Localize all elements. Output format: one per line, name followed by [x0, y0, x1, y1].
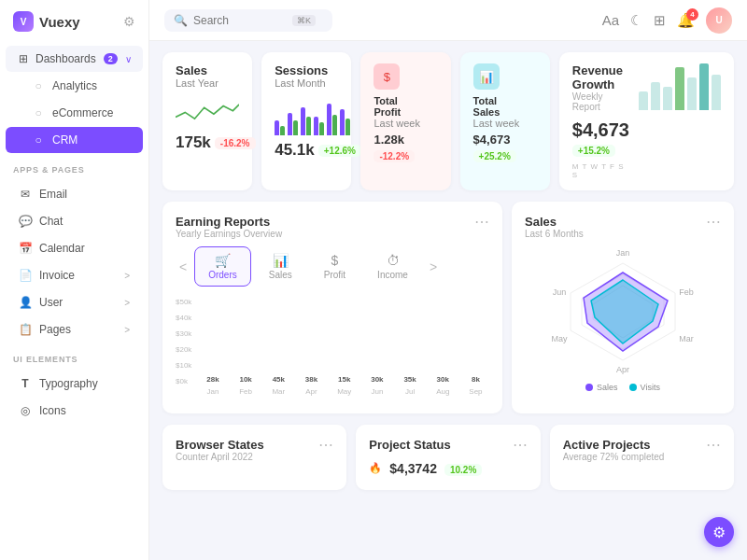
apps-section-label: APPS & PAGES [0, 156, 148, 178]
tab-orders[interactable]: 🛒 Orders [194, 246, 251, 287]
sales-legend: Sales Visits [525, 383, 721, 392]
legend-sales: Sales [585, 383, 618, 392]
sidebar-item-pages[interactable]: 📋 Pages > [6, 316, 143, 343]
main-area: 🔍 ⌘K Aa ☾ ⊞ 🔔 4 U Sales Last Year [149, 0, 747, 560]
sidebar-item-chat[interactable]: 💬 Chat [6, 208, 143, 234]
tab-profit[interactable]: $ Profit [310, 246, 359, 287]
svg-text:Feb: Feb [679, 287, 694, 297]
tab-income[interactable]: ⏱ Income [363, 246, 422, 287]
browser-states-header: Browser States Counter April 2022 ⋯ [176, 438, 333, 462]
orders-tab-icon: 🛒 [215, 253, 231, 268]
sales-stat-card: Sales Last Year 175k -16.2% [162, 52, 252, 190]
pages-arrow: > [124, 325, 130, 335]
email-icon: ✉ [19, 188, 32, 201]
income-tab-icon: ⏱ [387, 253, 400, 268]
project-status-stats: 🔥 $4,3742 10.2% [369, 460, 527, 476]
header-actions: Aa ☾ ⊞ 🔔 4 U [602, 7, 732, 34]
invoice-arrow: > [124, 271, 130, 281]
user-arrow: > [124, 298, 130, 308]
sidebar-item-icons[interactable]: ◎ Icons [6, 398, 143, 424]
profit-value: 1.28k [374, 133, 437, 147]
sidebar-item-analytics[interactable]: ○ Analytics [6, 73, 143, 99]
earning-tabs: < 🛒 Orders 📊 Sales $ Profit ⏱ [176, 246, 489, 287]
tab-prev-btn[interactable]: < [176, 256, 190, 278]
bar-group: 38k [298, 375, 325, 385]
svg-text:Jan: Jan [616, 248, 630, 258]
active-projects-card: Active Projects Average 72% completed ⋯ [550, 425, 734, 490]
earning-menu-icon[interactable]: ⋯ [474, 215, 489, 230]
radar-svg: Jan Feb Mar Apr May Jun [548, 246, 698, 377]
app-name: Vuexy [39, 14, 80, 30]
sessions-subtitle: Last Month [275, 77, 338, 89]
profit-change: -12.2% [374, 150, 415, 162]
content-area: Sales Last Year 175k -16.2% Sessions Las… [149, 41, 747, 560]
user-icon: 👤 [19, 296, 32, 309]
bar-group: 45k [265, 375, 292, 385]
tab-next-btn[interactable]: > [426, 256, 441, 278]
typography-label: Typography [39, 377, 98, 390]
darkmode-icon[interactable]: ☾ [630, 12, 642, 29]
earning-subtitle: Yearly Earnings Overview [176, 229, 282, 239]
chat-icon: 💬 [19, 215, 32, 228]
settings-icon[interactable]: ⚙ [123, 14, 135, 29]
sidebar-item-crm[interactable]: ○ CRM [6, 127, 143, 153]
sales-tab-icon: 📊 [273, 253, 289, 268]
active-projects-menu-icon[interactable]: ⋯ [706, 438, 721, 453]
translate-icon[interactable]: Aa [602, 12, 619, 28]
totalsales-icon: 📊 [473, 63, 500, 90]
sessions-stat-card: Sessions Last Month [261, 52, 351, 190]
browser-states-title: Browser States [176, 438, 264, 452]
project-status-icon: 🔥 [369, 462, 382, 474]
sidebar-item-invoice[interactable]: 📄 Invoice > [6, 262, 143, 288]
dashboards-label: Dashboards [35, 52, 96, 65]
active-projects-header: Active Projects Average 72% completed ⋯ [563, 438, 721, 462]
sidebar-item-email[interactable]: ✉ Email [6, 181, 143, 207]
project-status-title: Project Status [369, 438, 450, 452]
sales-title: Sales [176, 63, 239, 77]
search-input[interactable] [193, 14, 287, 27]
header: 🔍 ⌘K Aa ☾ ⊞ 🔔 4 U [149, 0, 747, 41]
total-sales-stat-card: 📊 Total Sales Last week $4,673 +25.2% [460, 52, 550, 190]
earning-chart-area: $50k $40k $30k $20k $10k $0k 28k10k45k38… [176, 298, 489, 400]
y-axis: $50k $40k $30k $20k $10k $0k [176, 298, 195, 400]
bar-group: 35k [396, 375, 423, 385]
earning-card-header: Earning Reports Yearly Earnings Overview… [176, 215, 489, 239]
invoice-icon: 📄 [19, 269, 32, 282]
fab-button[interactable]: ⚙ [704, 517, 734, 547]
sidebar-item-dashboards[interactable]: ⊞ Dashboards 2 ∨ [6, 46, 143, 72]
radar-menu-icon[interactable]: ⋯ [706, 215, 721, 230]
notification-icon[interactable]: 🔔 4 [677, 12, 695, 29]
sidebar-item-ecommerce[interactable]: ○ eCommerce [6, 100, 143, 126]
totalsales-subtitle: Last week [473, 118, 537, 129]
browser-states-menu-icon[interactable]: ⋯ [318, 438, 333, 453]
revenue-change: +15.2% [572, 145, 615, 157]
typography-icon: T [19, 377, 32, 390]
bar-group: 28k [199, 375, 226, 385]
revenue-card: Revenue Growth Weekly Report $4,673 +15.… [559, 52, 734, 190]
bar-group: 30k [363, 375, 390, 385]
ecommerce-label: eCommerce [52, 106, 113, 119]
email-label: Email [39, 188, 67, 201]
avatar[interactable]: U [706, 7, 732, 34]
tab-sales[interactable]: 📊 Sales [255, 246, 306, 287]
profit-tab-label: Profit [324, 270, 345, 280]
browser-states-card: Browser States Counter April 2022 ⋯ [162, 425, 346, 490]
search-box[interactable]: 🔍 ⌘K [164, 9, 332, 32]
grid-icon[interactable]: ⊞ [654, 12, 666, 29]
project-status-menu-icon[interactable]: ⋯ [513, 438, 528, 453]
analytics-label: Analytics [52, 79, 97, 92]
ui-section-label: UI ELEMENTS [0, 345, 148, 368]
profit-icon: $ [374, 63, 400, 90]
bottom-row: Browser States Counter April 2022 ⋯ Proj… [162, 425, 734, 490]
calendar-label: Calendar [39, 242, 85, 255]
svg-text:May: May [551, 334, 568, 343]
calendar-icon: 📅 [19, 242, 32, 255]
chat-label: Chat [39, 215, 63, 228]
sales-change: -16.2% [215, 137, 256, 149]
sidebar-item-calendar[interactable]: 📅 Calendar [6, 235, 143, 261]
crm-circle-icon: ○ [32, 133, 45, 147]
analytics-circle-icon: ○ [32, 79, 45, 92]
ui-group: T Typography ◎ Icons [0, 368, 148, 427]
sidebar-item-typography[interactable]: T Typography [6, 371, 143, 397]
sidebar-item-user[interactable]: 👤 User > [6, 289, 143, 315]
